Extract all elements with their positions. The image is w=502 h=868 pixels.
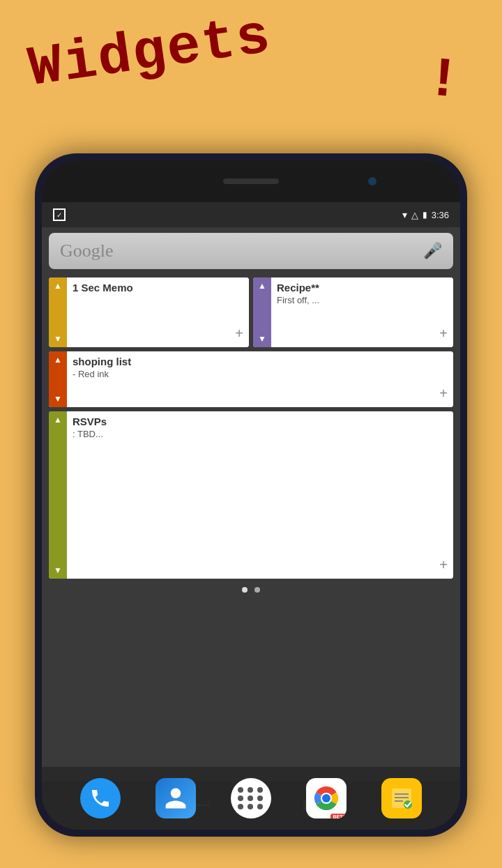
widget1-title: 1 Sec Memo <box>73 282 243 294</box>
widget-recipe[interactable]: ▲ ▼ Recipe** First off, ... + <box>253 277 453 347</box>
screen: ✓ ▾ △ ▮ 3:36 Google 🎤 <box>42 202 460 781</box>
widget3-body: - Red ink <box>73 369 448 379</box>
phone-top-bar <box>42 160 460 202</box>
beta-badge: BETA <box>330 814 347 818</box>
camera <box>368 177 376 185</box>
dock-phone-icon[interactable] <box>80 778 121 818</box>
dock: BETA <box>42 767 460 830</box>
status-right: ▾ △ ▮ 3:36 <box>402 209 449 220</box>
status-left: ✓ <box>53 208 66 221</box>
dock-memo-icon[interactable] <box>381 778 422 818</box>
main-title: Widgets <box>24 4 275 101</box>
widget1-sidebar: ▲ ▼ <box>49 277 67 347</box>
wifi-icon: ▾ <box>402 209 407 220</box>
widget1-down-arrow[interactable]: ▼ <box>54 335 62 343</box>
widget4-up-arrow[interactable]: ▲ <box>54 416 62 424</box>
widget-shopping-list[interactable]: ▲ ▼ shoping list - Red ink + <box>49 351 453 407</box>
microphone-icon[interactable]: 🎤 <box>423 241 442 261</box>
page-dots <box>42 581 460 598</box>
widget3-title: shoping list <box>73 356 448 367</box>
widget1-up-arrow[interactable]: ▲ <box>54 282 62 290</box>
status-bar: ✓ ▾ △ ▮ 3:36 <box>42 202 460 227</box>
widget2-up-arrow[interactable]: ▲ <box>258 282 266 290</box>
chrome-svg <box>312 784 340 812</box>
widget2-sidebar: ▲ ▼ <box>253 277 271 347</box>
widget1-content: 1 Sec Memo + <box>67 277 249 347</box>
widget3-up-arrow[interactable]: ▲ <box>54 356 62 364</box>
widget1-add-button[interactable]: + <box>235 326 243 342</box>
phone-inner: ✓ ▾ △ ▮ 3:36 Google 🎤 <box>42 160 460 830</box>
speaker <box>223 178 279 184</box>
title-area: Widgets ! <box>28 21 474 84</box>
page-dot-1[interactable] <box>242 587 248 593</box>
widget4-add-button[interactable]: + <box>439 557 448 573</box>
signal-icon: △ <box>411 210 418 220</box>
widget-1-sec-memo[interactable]: ▲ ▼ 1 Sec Memo + <box>49 277 249 347</box>
widget4-content: RSVPs : TBD... + <box>67 411 453 579</box>
widget2-down-arrow[interactable]: ▼ <box>258 335 266 343</box>
widget3-sidebar: ▲ ▼ <box>49 351 67 407</box>
svg-point-2 <box>322 794 330 802</box>
google-logo: Google <box>60 241 114 261</box>
dock-chrome-icon[interactable]: BETA <box>306 778 347 818</box>
dock-contacts-icon[interactable] <box>155 778 196 818</box>
widget4-body: : TBD... <box>73 429 448 439</box>
app-icon: ✓ <box>53 208 66 221</box>
battery-icon: ▮ <box>423 210 427 220</box>
contacts-svg <box>163 786 188 811</box>
widget4-title: RSVPs <box>73 416 448 427</box>
widget-rsvps[interactable]: ▲ ▼ RSVPs : TBD... + <box>49 411 453 579</box>
widget3-content: shoping list - Red ink + <box>67 351 453 407</box>
google-search-bar[interactable]: Google 🎤 <box>49 233 453 269</box>
widget4-down-arrow[interactable]: ▼ <box>54 566 62 574</box>
page-dot-2[interactable] <box>254 587 260 593</box>
widget3-down-arrow[interactable]: ▼ <box>54 395 62 403</box>
exclamation-mark: ! <box>424 47 463 114</box>
phone-svg <box>89 787 112 809</box>
widget2-add-button[interactable]: + <box>439 326 448 342</box>
widget2-content: Recipe** First off, ... + <box>271 277 453 347</box>
dock-apps-icon[interactable] <box>231 778 271 818</box>
widget2-body: First off, ... <box>277 295 448 305</box>
memo-svg <box>389 786 414 811</box>
widget2-title: Recipe** <box>277 282 448 294</box>
widgets-top-row: ▲ ▼ 1 Sec Memo + ▲ ▼ <box>49 277 453 347</box>
widget4-sidebar: ▲ ▼ <box>49 411 67 579</box>
time-display: 3:36 <box>432 210 449 220</box>
widgets-area: ▲ ▼ 1 Sec Memo + ▲ ▼ <box>42 275 460 581</box>
apps-grid <box>238 787 264 809</box>
widget3-add-button[interactable]: + <box>439 386 448 402</box>
phone-shell: ✓ ▾ △ ▮ 3:36 Google 🎤 <box>35 153 467 837</box>
